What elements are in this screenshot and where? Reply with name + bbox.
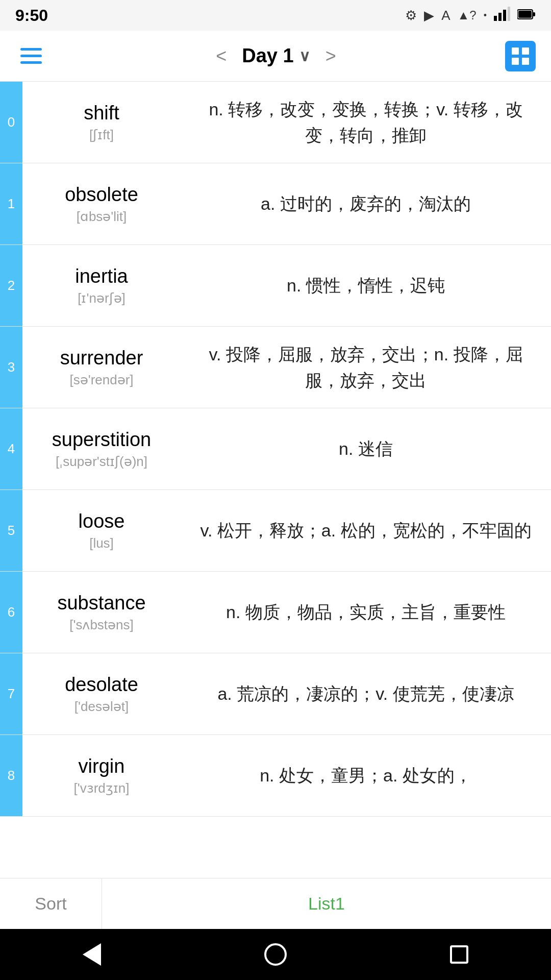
- signal-icon: [494, 7, 510, 24]
- home-button[interactable]: [260, 939, 291, 970]
- row-index: 0: [0, 82, 22, 163]
- font-icon: A: [441, 8, 450, 23]
- svg-rect-9: [512, 58, 519, 65]
- row-word: shift[ʃɪft]: [22, 82, 181, 163]
- prev-button[interactable]: <: [211, 40, 232, 72]
- word-phonetic: [ɪ'nərʃə]: [78, 290, 126, 306]
- gear-icon: ⚙: [405, 8, 417, 23]
- row-definition: n. 处女，童男；a. 处女的，: [181, 735, 551, 816]
- word-phonetic: [ˌsupər'stɪʃ(ə)n]: [56, 454, 147, 470]
- status-bar: 9:50 ⚙ ▶ A ▲? •: [0, 0, 551, 31]
- bottom-tab-bar: Sort List1: [0, 878, 551, 929]
- row-index: 6: [0, 572, 22, 653]
- svg-rect-10: [522, 58, 529, 65]
- home-icon: [264, 943, 287, 966]
- word-phonetic: ['vɜrdʒɪn]: [74, 780, 130, 796]
- table-row[interactable]: 3surrender[sə'rendər]v. 投降，屈服，放弃，交出；n. 投…: [0, 327, 551, 408]
- tab-list1[interactable]: List1: [102, 878, 551, 929]
- hamburger-line: [20, 48, 42, 51]
- row-index: 7: [0, 653, 22, 734]
- word-english: shift: [84, 102, 119, 124]
- row-index: 8: [0, 735, 22, 816]
- word-phonetic: [ɑbsə'lit]: [77, 209, 127, 225]
- word-english: inertia: [75, 265, 128, 287]
- nav-center: < Day 1 ∨ >: [211, 40, 341, 72]
- row-word: virgin['vɜrdʒɪn]: [22, 735, 181, 816]
- dot-icon: •: [484, 10, 487, 21]
- back-button[interactable]: [77, 939, 107, 970]
- hamburger-line: [20, 55, 42, 57]
- table-row[interactable]: 4superstition[ˌsupər'stɪʃ(ə)n]n. 迷信: [0, 408, 551, 490]
- svg-rect-0: [494, 16, 497, 21]
- row-definition: v. 松开，释放；a. 松的，宽松的，不牢固的: [181, 490, 551, 571]
- table-row[interactable]: 2inertia[ɪ'nərʃə]n. 惯性，惰性，迟钝: [0, 245, 551, 327]
- nav-bar: < Day 1 ∨ >: [0, 31, 551, 82]
- row-definition: n. 物质，物品，实质，主旨，重要性: [181, 572, 551, 653]
- row-index: 2: [0, 245, 22, 326]
- row-definition: v. 投降，屈服，放弃，交出；n. 投降，屈服，放弃，交出: [181, 327, 551, 408]
- svg-rect-1: [498, 13, 502, 21]
- row-definition: n. 惯性，惰性，迟钝: [181, 245, 551, 326]
- svg-rect-6: [518, 11, 532, 18]
- battery-icon: [517, 8, 536, 23]
- row-word: obsolete[ɑbsə'lit]: [22, 163, 181, 244]
- svg-rect-2: [503, 10, 506, 21]
- word-english: desolate: [65, 674, 138, 696]
- row-word: inertia[ɪ'nərʃə]: [22, 245, 181, 326]
- back-icon: [83, 943, 101, 966]
- grid-view-button[interactable]: [505, 41, 536, 71]
- row-index: 5: [0, 490, 22, 571]
- row-index: 4: [0, 408, 22, 489]
- word-phonetic: ['sʌbstəns]: [69, 617, 134, 633]
- tab-sort[interactable]: Sort: [0, 878, 102, 929]
- table-row[interactable]: 5loose[lus]v. 松开，释放；a. 松的，宽松的，不牢固的: [0, 490, 551, 572]
- status-icons: ⚙ ▶ A ▲? •: [405, 7, 536, 24]
- recent-button[interactable]: [444, 939, 474, 970]
- table-row[interactable]: 7desolate['desələt]a. 荒凉的，凄凉的；v. 使荒芜，使凄凉: [0, 653, 551, 735]
- table-row[interactable]: 8virgin['vɜrdʒɪn]n. 处女，童男；a. 处女的，: [0, 735, 551, 817]
- nav-title[interactable]: Day 1 ∨: [242, 45, 310, 67]
- row-word: desolate['desələt]: [22, 653, 181, 734]
- svg-rect-7: [512, 47, 519, 55]
- row-word: substance['sʌbstəns]: [22, 572, 181, 653]
- row-definition: a. 过时的，废弃的，淘汰的: [181, 163, 551, 244]
- row-index: 3: [0, 327, 22, 408]
- wifi-icon: ▲?: [458, 8, 477, 22]
- table-row[interactable]: 0shift[ʃɪft]n. 转移，改变，变换，转换；v. 转移，改变，转向，推…: [0, 82, 551, 163]
- hamburger-menu[interactable]: [15, 43, 47, 69]
- recent-icon: [450, 945, 468, 964]
- word-english: surrender: [60, 347, 143, 369]
- status-time: 9:50: [15, 6, 48, 25]
- svg-rect-3: [508, 7, 510, 21]
- row-word: surrender[sə'rendər]: [22, 327, 181, 408]
- hamburger-line: [20, 61, 42, 64]
- word-phonetic: [lus]: [89, 535, 114, 551]
- word-english: loose: [79, 510, 125, 532]
- word-phonetic: ['desələt]: [74, 699, 129, 715]
- chevron-down-icon: ∨: [299, 47, 310, 65]
- android-nav-bar: [0, 929, 551, 980]
- row-index: 1: [0, 163, 22, 244]
- word-list: 0shift[ʃɪft]n. 转移，改变，变换，转换；v. 转移，改变，转向，推…: [0, 82, 551, 878]
- row-definition: n. 转移，改变，变换，转换；v. 转移，改变，转向，推卸: [181, 82, 551, 163]
- play-protect-icon: ▶: [424, 8, 434, 23]
- svg-rect-5: [533, 12, 535, 16]
- word-english: superstition: [52, 429, 151, 451]
- row-definition: n. 迷信: [181, 408, 551, 489]
- row-word: loose[lus]: [22, 490, 181, 571]
- svg-rect-8: [522, 47, 529, 55]
- day-title: Day 1: [242, 45, 293, 67]
- next-button[interactable]: >: [320, 40, 341, 72]
- word-phonetic: [sə'rendər]: [69, 372, 133, 388]
- word-english: obsolete: [65, 184, 138, 206]
- table-row[interactable]: 1obsolete[ɑbsə'lit]a. 过时的，废弃的，淘汰的: [0, 163, 551, 245]
- row-word: superstition[ˌsupər'stɪʃ(ə)n]: [22, 408, 181, 489]
- row-definition: a. 荒凉的，凄凉的；v. 使荒芜，使凄凉: [181, 653, 551, 734]
- word-english: virgin: [79, 755, 125, 777]
- table-row[interactable]: 6substance['sʌbstəns]n. 物质，物品，实质，主旨，重要性: [0, 572, 551, 653]
- word-phonetic: [ʃɪft]: [89, 127, 114, 143]
- word-english: substance: [57, 592, 145, 614]
